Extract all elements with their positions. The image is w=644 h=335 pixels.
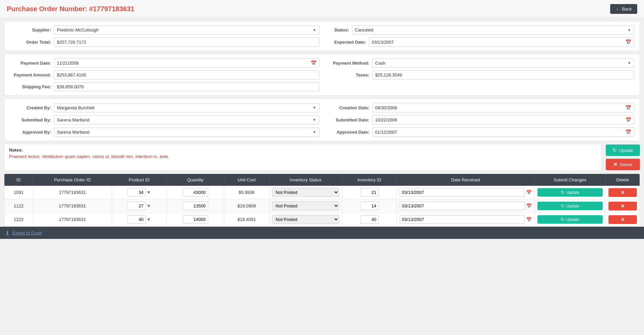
supplier-field: Supplier: Predovic-McCullough ▼ <box>10 25 319 35</box>
row-delete-button[interactable]: ✕ <box>608 215 637 224</box>
date-received-input[interactable] <box>400 188 525 197</box>
quantity-input[interactable] <box>183 188 208 197</box>
payment-date-calendar-icon[interactable]: 📅 <box>311 60 316 66</box>
submitted-date-field: Submitted Date: 10/22/2006 📅 <box>325 115 635 125</box>
inventory-id-input[interactable] <box>360 202 379 210</box>
approved-by-dropdown[interactable]: Sarena Martland ▼ <box>54 128 319 137</box>
product-id-input[interactable] <box>127 188 146 197</box>
cell-quantity[interactable] <box>166 213 224 226</box>
cell-inventory-status[interactable]: Not Posted Posted <box>269 199 342 213</box>
payment-date-value: 11/21/2006 <box>57 61 79 66</box>
expected-date-input[interactable]: 03/13/2007 📅 <box>369 37 635 47</box>
product-id-arrow-icon[interactable]: ▼ <box>147 203 151 208</box>
product-id-arrow-icon[interactable]: ▼ <box>147 190 151 195</box>
status-dropdown[interactable]: Canceled ▼ <box>352 25 635 35</box>
cell-date-received[interactable]: 📅 <box>397 186 534 199</box>
cell-inventory-id[interactable] <box>342 213 397 226</box>
cell-inventory-id[interactable] <box>342 199 397 213</box>
date-received-input[interactable] <box>400 215 525 224</box>
inventory-id-input[interactable] <box>360 188 379 197</box>
approved-date-calendar-icon[interactable]: 📅 <box>625 129 631 135</box>
product-id-input[interactable] <box>127 202 146 210</box>
cell-delete[interactable]: ✕ <box>605 213 640 226</box>
notes-delete-button[interactable]: ✕ Delete <box>606 159 640 170</box>
inventory-status-select[interactable]: Not Posted Posted <box>272 201 339 210</box>
cell-quantity[interactable] <box>166 199 224 213</box>
supplier-dropdown-arrow-icon: ▼ <box>313 28 316 32</box>
submitted-date-calendar-icon[interactable]: 📅 <box>625 117 631 122</box>
submitted-date-input[interactable]: 10/22/2006 📅 <box>372 115 635 125</box>
col-submit-changes: Submit Changes <box>534 174 605 186</box>
taxes-field: Taxes: $25,128.3549 <box>325 70 635 80</box>
x-icon: ✕ <box>613 161 618 168</box>
notes-section: Notes: Praesent lectus. Vestibulum quam … <box>4 144 640 171</box>
approved-date-field: Approved Date: 01/12/2007 📅 <box>325 127 635 137</box>
supplier-value: Predovic-McCullough <box>57 27 99 32</box>
submitted-by-dropdown[interactable]: Sarena Martland ▼ <box>54 115 319 125</box>
row-update-button[interactable]: ↻ Update <box>537 188 603 197</box>
cell-date-received[interactable]: 📅 <box>397 199 534 213</box>
back-button[interactable]: ← Back <box>610 4 637 14</box>
row-update-button[interactable]: ↻ Update <box>537 215 603 224</box>
table-header-row: ID Purchase Order ID Product ID Quantity… <box>4 174 640 186</box>
supplier-label: Supplier: <box>10 27 54 32</box>
expected-date-calendar-icon[interactable]: 📅 <box>625 39 631 45</box>
row-update-button[interactable]: ↻ Update <box>537 202 603 210</box>
cell-unit-cost: $18.4091 <box>224 213 269 226</box>
cell-product-id[interactable]: ▼ <box>112 213 166 226</box>
payment-date-input[interactable]: 11/21/2006 📅 <box>54 58 319 68</box>
inventory-status-select[interactable]: Not Posted Posted <box>272 215 339 224</box>
creation-date-calendar-icon[interactable]: 📅 <box>625 105 631 110</box>
cell-quantity[interactable] <box>166 186 224 199</box>
cell-inventory-id[interactable] <box>342 186 397 199</box>
notes-box: Notes: Praesent lectus. Vestibulum quam … <box>4 144 602 171</box>
row-delete-button[interactable]: ✕ <box>608 188 637 197</box>
submitted-date-value: 10/22/2006 <box>375 117 397 122</box>
date-received-calendar-icon[interactable]: 📅 <box>526 203 532 208</box>
payment-section: Payment Date: 11/21/2006 📅 Payment Metho… <box>4 54 640 96</box>
quantity-input[interactable] <box>183 202 208 210</box>
submitted-by-arrow-icon: ▼ <box>313 118 316 122</box>
table-row: 1222 17797183631 ▼ $18.4091 Not Posted P… <box>4 213 640 226</box>
shipping-fee-value: $38,659.0076 <box>57 84 84 89</box>
product-id-input[interactable] <box>127 215 146 224</box>
cell-inventory-status[interactable]: Not Posted Posted <box>269 213 342 226</box>
created-by-label: Created By: <box>10 105 54 110</box>
creation-date-input[interactable]: 09/30/2006 📅 <box>372 103 635 112</box>
cell-submit-changes[interactable]: ↻ Update <box>534 199 605 213</box>
created-by-dropdown[interactable]: Margareta Burchett ▼ <box>54 103 319 112</box>
cell-id: 1091 <box>4 186 33 199</box>
created-by-field: Created By: Margareta Burchett ▼ <box>10 103 319 112</box>
col-date-received: Date Received <box>397 174 534 186</box>
payment-method-dropdown[interactable]: Cash ▼ <box>372 59 635 68</box>
approved-date-input[interactable]: 01/12/2007 📅 <box>372 127 635 137</box>
cell-delete[interactable]: ✕ <box>605 199 640 213</box>
inventory-id-input[interactable] <box>360 215 379 224</box>
cell-date-received[interactable]: 📅 <box>397 213 534 226</box>
col-quantity: Quantity <box>166 174 224 186</box>
approved-date-label: Approved Date: <box>325 130 372 135</box>
cell-inventory-status[interactable]: Not Posted Posted <box>269 186 342 199</box>
footer-bar[interactable]: ⬇ Export to Excel <box>0 227 644 239</box>
cell-submit-changes[interactable]: ↻ Update <box>534 186 605 199</box>
notes-update-button[interactable]: ↻ Update <box>606 144 640 156</box>
export-to-excel-link[interactable]: Export to Excel <box>12 230 42 236</box>
payment-amount-label: Payment Amount: <box>10 72 54 77</box>
row-delete-button[interactable]: ✕ <box>608 202 637 210</box>
submitted-by-field: Submitted By: Sarena Martland ▼ <box>10 115 319 125</box>
approved-by-row: Approved By: Sarena Martland ▼ Approved … <box>10 127 634 137</box>
cell-product-id[interactable]: ▼ <box>112 186 166 199</box>
date-received-input[interactable] <box>400 202 525 210</box>
date-received-calendar-icon[interactable]: 📅 <box>526 190 532 195</box>
date-received-calendar-icon[interactable]: 📅 <box>526 217 532 222</box>
cell-po-id: 17797183631 <box>33 199 112 213</box>
cell-submit-changes[interactable]: ↻ Update <box>534 213 605 226</box>
product-id-arrow-icon[interactable]: ▼ <box>147 217 151 222</box>
inventory-status-select[interactable]: Not Posted Posted <box>272 188 339 197</box>
quantity-input[interactable] <box>183 215 208 224</box>
cell-product-id[interactable]: ▼ <box>112 199 166 213</box>
col-id: ID <box>4 174 33 186</box>
cell-po-id: 17797183631 <box>33 213 112 226</box>
cell-delete[interactable]: ✕ <box>605 186 640 199</box>
supplier-dropdown[interactable]: Predovic-McCullough ▼ <box>54 25 319 35</box>
